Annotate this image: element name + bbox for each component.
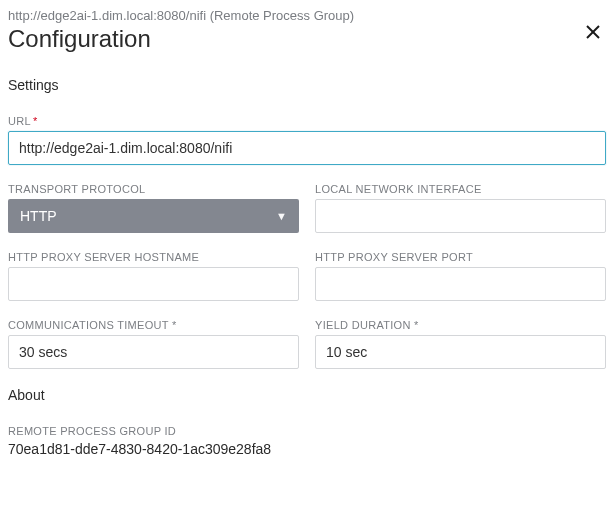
page-title: Configuration (8, 25, 151, 53)
transport-protocol-select[interactable]: HTTP ▼ (8, 199, 299, 233)
settings-section: Settings URL* TRANSPORT PROTOCOL HTTP ▼ … (8, 77, 606, 369)
yield-duration-label: YIELD DURATION * (315, 319, 606, 331)
communications-timeout-label-text: COMMUNICATIONS TIMEOUT (8, 319, 169, 331)
local-network-interface-input[interactable] (315, 199, 606, 233)
transport-protocol-label: TRANSPORT PROTOCOL (8, 183, 299, 195)
required-asterisk: * (414, 319, 419, 331)
required-asterisk: * (172, 319, 177, 331)
http-proxy-hostname-label: HTTP PROXY SERVER HOSTNAME (8, 251, 299, 263)
http-proxy-port-label: HTTP PROXY SERVER PORT (315, 251, 606, 263)
http-proxy-hostname-input[interactable] (8, 267, 299, 301)
chevron-down-icon: ▼ (276, 210, 287, 222)
transport-protocol-value: HTTP (20, 208, 57, 224)
close-icon[interactable] (584, 23, 602, 45)
communications-timeout-input[interactable] (8, 335, 299, 369)
local-network-interface-label: LOCAL NETWORK INTERFACE (315, 183, 606, 195)
settings-heading: Settings (8, 77, 606, 93)
communications-timeout-label: COMMUNICATIONS TIMEOUT * (8, 319, 299, 331)
http-proxy-port-input[interactable] (315, 267, 606, 301)
yield-duration-input[interactable] (315, 335, 606, 369)
required-asterisk: * (33, 115, 38, 127)
url-label: URL* (8, 115, 606, 127)
about-heading: About (8, 387, 606, 403)
remote-process-group-id-value: 70ea1d81-dde7-4830-8420-1ac309e28fa8 (8, 441, 606, 457)
url-input[interactable] (8, 131, 606, 165)
remote-process-group-id-label: REMOTE PROCESS GROUP ID (8, 425, 606, 437)
url-label-text: URL (8, 115, 31, 127)
breadcrumb: http://edge2ai-1.dim.local:8080/nifi (Re… (8, 8, 606, 23)
yield-duration-label-text: YIELD DURATION (315, 319, 411, 331)
about-section: About REMOTE PROCESS GROUP ID 70ea1d81-d… (8, 387, 606, 457)
